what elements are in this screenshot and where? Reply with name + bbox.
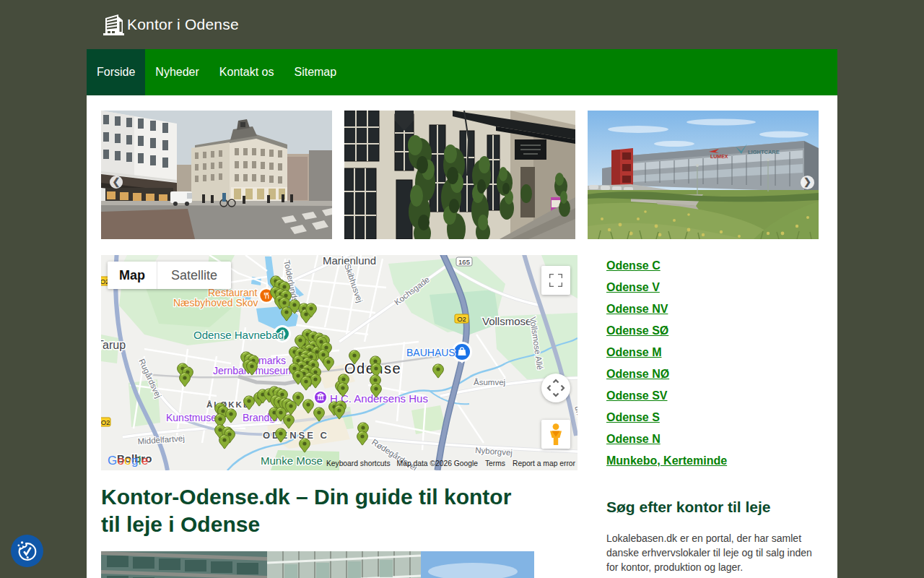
svg-text:165: 165	[458, 258, 470, 266]
svg-text:Vollsmose: Vollsmose	[482, 315, 531, 327]
svg-text:Odense Havnebad: Odense Havnebad	[193, 329, 284, 341]
svg-text:LUMEX: LUMEX	[710, 154, 728, 159]
svg-text:ODENSE C: ODENSE C	[263, 430, 329, 441]
svg-text:O2: O2	[101, 418, 110, 426]
svg-text:Næsbyhoved Skov: Næsbyhoved Skov	[173, 297, 258, 309]
svg-text:O2: O2	[457, 315, 466, 323]
svg-text:Kunstmuse: Kunstmuse	[166, 412, 217, 423]
svg-text:Tarup: Tarup	[101, 339, 126, 351]
svg-text:LIGHTCARE: LIGHTCARE	[748, 149, 780, 155]
svg-text:BAUHAUS: BAUHAUS	[406, 347, 456, 358]
svg-text:Åsumvej: Åsumvej	[474, 378, 505, 387]
svg-text:Munke Mose: Munke Mose	[261, 454, 323, 467]
